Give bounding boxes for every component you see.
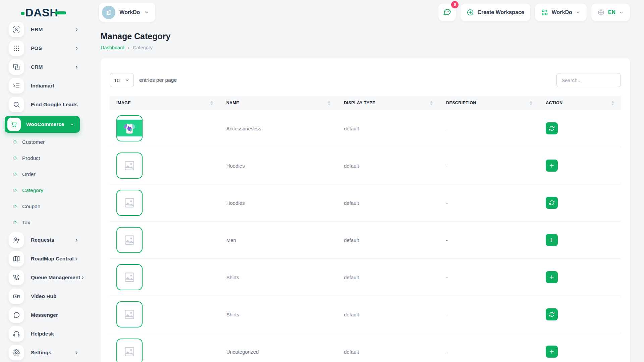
create-workspace-button[interactable]: Create Workspace [461,4,530,21]
sidebar-item-crm[interactable]: CRM [0,58,87,76]
message-circle-icon [9,307,24,323]
column-header-description[interactable]: DESCRIPTION [439,96,539,110]
dash-logo[interactable]: DASH [22,6,66,19]
workspace-selector[interactable]: WorkDo [99,3,155,22]
language-label: EN [608,9,615,15]
chevron-right-icon [74,238,79,243]
sidebar-subitem-category[interactable]: Category [0,182,87,198]
sidebar-item-video-hub[interactable]: Video Hub [0,287,87,306]
description-cell: - [439,296,539,333]
category-action-button[interactable] [546,346,558,358]
map-icon [9,251,24,266]
placeholder-thumbnail [116,301,143,327]
breadcrumb-dashboard-link[interactable]: Dashboard [101,45,124,50]
chevron-right-icon [74,65,79,70]
entries-per-page-value: 10 [114,77,120,83]
crm-icon [9,59,24,75]
sidebar-subitem-coupon[interactable]: Coupon [0,198,87,215]
message-count-badge: 0 [451,1,459,8]
sidebar-item-woocommerce[interactable]: WooCommerce [5,116,80,133]
category-name-cell: Shirts [220,259,337,296]
display-type-cell: default [337,333,439,362]
sidebar-subitem-label: Order [22,171,36,177]
display-type-cell: default [337,259,439,296]
chevron-down-icon [576,10,581,15]
page-title: Manage Category [101,32,630,41]
refresh-icon [549,200,555,206]
table-row: Hoodiesdefault- [110,147,621,184]
column-header-image[interactable]: IMAGE [110,96,220,110]
sort-icon [530,101,532,105]
sidebar-item-label: RoadMap Central [31,256,73,262]
sidebar-item-roadmap-central[interactable]: RoadMap Central [0,249,87,268]
placeholder-thumbnail [116,153,143,179]
category-action-button[interactable] [546,271,558,283]
description-cell: - [439,259,539,296]
workspace-label: WorkDo [119,9,140,15]
user-plus-icon [9,232,24,248]
chevron-right-icon [74,350,79,355]
sidebar-item-label: Indiamart [31,83,54,89]
sidebar-item-label: Messenger [31,312,58,318]
table-row: Shirtsdefault- [110,259,621,296]
placeholder-thumbnail [116,339,143,362]
bullet-icon [13,221,17,225]
sidebar-item-requests[interactable]: Requests [0,231,87,249]
category-name-cell: Uncategorized [220,333,337,362]
column-header-name[interactable]: NAME [220,96,337,110]
column-header-action[interactable]: ACTION [539,96,621,110]
display-type-cell: default [337,296,439,333]
category-action-button[interactable] [546,234,558,246]
bullet-icon [13,172,17,176]
sidebar-item-label: HRM [31,26,43,33]
language-button[interactable]: EN [591,4,630,21]
app-menu-label: WorkDo [552,9,572,15]
sidebar-subitem-product[interactable]: Product [0,150,87,166]
sidebar-item-find-google-leads[interactable]: Find Google Leads [0,95,87,114]
building-icon [102,6,115,19]
category-action-button[interactable] [546,308,558,320]
sidebar-item-messenger[interactable]: Messenger [0,306,87,324]
sidebar-subitem-customer[interactable]: Customer [0,134,87,150]
breadcrumb-separator: › [128,45,129,50]
category-action-button[interactable] [546,160,558,172]
sidebar-item-label: Requests [31,237,54,243]
chevron-down-icon [125,78,129,82]
breadcrumb-current: Category [133,45,153,50]
entries-per-page-select[interactable]: 10 [110,73,134,87]
category-table: IMAGENAMEDISPLAY TYPEDESCRIPTIONACTION A… [110,96,621,362]
column-header-label: ACTION [546,101,562,105]
hrm-icon [9,22,24,37]
column-header-label: IMAGE [116,101,131,105]
sidebar-item-helpdesk[interactable]: Helpdesk [0,324,87,343]
sidebar-subitem-order[interactable]: Order [0,166,87,182]
sidebar-item-queue-management[interactable]: Queue Management [0,268,87,287]
refresh-icon [549,311,555,317]
sidebar-subitem-label: Tax [22,220,30,226]
messages-button[interactable]: 0 [438,4,456,21]
app-menu-button[interactable]: WorkDo [535,4,587,21]
sidebar-item-label: Helpdesk [31,331,54,337]
search-input[interactable] [556,73,621,87]
sidebar-item-settings[interactable]: Settings [0,343,87,362]
chevron-down-icon [619,10,624,15]
column-header-display-type[interactable]: DISPLAY TYPE [337,96,439,110]
plus-icon [549,163,555,169]
sidebar-subitem-tax[interactable]: Tax [0,215,87,231]
sidebar-item-pos[interactable]: POS [0,39,87,58]
cart-icon [7,118,21,131]
description-cell: - [439,222,539,259]
table-row: Mendefault- [110,222,621,259]
table-row: Accessoriesessdefault- [110,110,621,147]
category-action-button[interactable] [546,122,558,134]
bullet-icon [13,188,17,192]
category-name-cell: Men [220,222,337,259]
phone-call-icon [9,270,24,285]
sidebar-item-hrm[interactable]: HRM [0,20,87,39]
chevron-right-icon [74,256,79,261]
pos-icon [9,41,24,56]
main-content: Manage Category Dashboard › Category 10 … [87,25,644,362]
category-action-button[interactable] [546,197,558,209]
plus-icon [549,349,555,355]
sidebar-item-indiamart[interactable]: Indiamart [0,76,87,95]
